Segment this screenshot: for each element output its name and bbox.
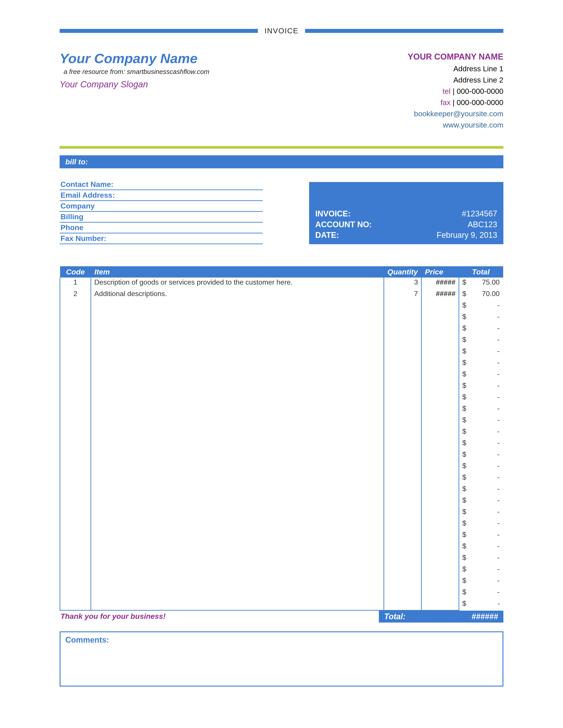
cell-price [422, 518, 459, 530]
cell-price [422, 369, 459, 381]
cell-total: $- [459, 530, 503, 541]
currency-symbol: $ [462, 450, 466, 458]
cell-code [60, 518, 91, 530]
total-amount: - [497, 554, 500, 562]
currency-symbol: $ [462, 370, 466, 378]
cell-code [60, 587, 91, 599]
cell-quantity [384, 358, 422, 369]
info-row: Contact Name: Email Address: Company Bil… [60, 179, 503, 244]
cell-code [60, 461, 91, 473]
cell-code [60, 427, 91, 438]
col-qty: Quantity [384, 266, 422, 278]
header-right: YOUR COMPANY NAME Address Line 1 Address… [408, 51, 503, 131]
cell-code [60, 599, 91, 610]
total-amount: - [497, 358, 500, 367]
currency-symbol: $ [462, 301, 466, 309]
invoice-number: #1234567 [462, 208, 497, 219]
currency-symbol: $ [462, 565, 466, 573]
table-row: $- [60, 450, 503, 461]
cell-code [60, 564, 91, 576]
fax-number-field: Fax Number: [60, 233, 263, 244]
grand-total: Total: ###### [379, 611, 503, 623]
address-line-2: Address Line 2 [408, 74, 503, 86]
cell-item [91, 564, 384, 576]
total-amount: - [497, 450, 500, 458]
cell-total: $- [459, 461, 503, 473]
cell-total: $- [459, 323, 503, 335]
cell-quantity [384, 473, 422, 484]
title-bar-right [305, 29, 503, 33]
cell-item [91, 369, 384, 381]
cell-price [422, 404, 459, 415]
cell-price [422, 335, 459, 346]
col-price: Price [422, 266, 459, 278]
comments-box: Comments: [60, 631, 503, 687]
cell-code [60, 438, 91, 450]
cell-total: $- [459, 553, 503, 564]
cell-code [60, 404, 91, 415]
currency-symbol: $ [462, 531, 466, 539]
account-label: ACCOUNT NO: [315, 219, 372, 230]
cell-total: $- [459, 392, 503, 404]
cell-quantity [384, 450, 422, 461]
currency-symbol: $ [462, 278, 466, 286]
cell-price [422, 312, 459, 323]
total-amount: - [497, 473, 500, 481]
cell-quantity [384, 576, 422, 587]
cell-item [91, 358, 384, 369]
fax-sep: | [453, 98, 457, 107]
cell-code: 1 [60, 278, 91, 289]
cell-price [422, 587, 459, 599]
invoice-page: INVOICE Your Company Name a free resourc… [0, 0, 563, 687]
currency-symbol: $ [462, 324, 466, 332]
cell-code [60, 495, 91, 507]
table-row: $- [60, 507, 503, 518]
cell-item [91, 392, 384, 404]
cell-quantity [384, 507, 422, 518]
cell-total: $- [459, 450, 503, 461]
company-slogan: Your Company Slogan [60, 79, 209, 89]
total-amount: 70.00 [482, 290, 500, 298]
cell-quantity [384, 484, 422, 495]
cell-quantity [384, 369, 422, 381]
cell-price [422, 576, 459, 587]
table-row: $- [60, 381, 503, 392]
cell-price: ##### [422, 278, 459, 289]
cell-code [60, 576, 91, 587]
table-footer: Thank you for your business! Total: ####… [60, 611, 503, 623]
account-number: ABC123 [468, 219, 497, 230]
cell-code [60, 553, 91, 564]
cell-code [60, 541, 91, 553]
cell-item [91, 553, 384, 564]
cell-item [91, 587, 384, 599]
table-row: $- [60, 587, 503, 599]
table-body: 1Description of goods or services provid… [60, 278, 503, 610]
table-row: $- [60, 300, 503, 312]
cell-quantity [384, 553, 422, 564]
cell-item [91, 450, 384, 461]
cell-item [91, 518, 384, 530]
table-row: $- [60, 553, 503, 564]
table-row: $- [60, 495, 503, 507]
currency-symbol: $ [462, 599, 466, 608]
header: Your Company Name a free resource from: … [60, 51, 503, 131]
cell-total: $- [459, 369, 503, 381]
grand-total-label: Total: [384, 612, 459, 621]
invoice-date: February 9, 2013 [437, 230, 497, 241]
company-name-right: YOUR COMPANY NAME [408, 51, 503, 63]
header-left: Your Company Name a free resource from: … [60, 51, 209, 131]
cell-code [60, 450, 91, 461]
cell-quantity [384, 495, 422, 507]
total-amount: - [497, 347, 500, 355]
cell-total: $- [459, 346, 503, 358]
cell-quantity [384, 404, 422, 415]
cell-item [91, 541, 384, 553]
cell-code [60, 381, 91, 392]
cell-code [60, 358, 91, 369]
table-row: $- [60, 369, 503, 381]
contact-block: Contact Name: Email Address: Company Bil… [60, 179, 263, 244]
table-row: $- [60, 404, 503, 415]
total-amount: - [497, 508, 500, 516]
currency-symbol: $ [462, 439, 466, 447]
table-row: $- [60, 427, 503, 438]
